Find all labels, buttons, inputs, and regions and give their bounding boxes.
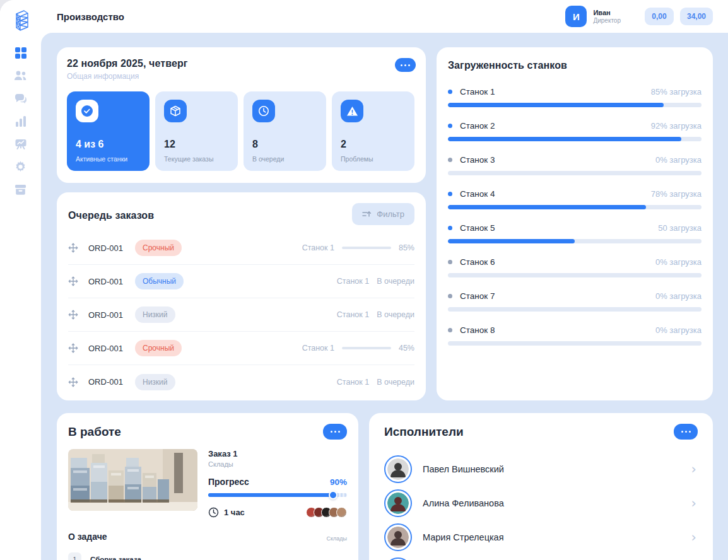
sidebar-item-dashboard[interactable]	[11, 48, 30, 61]
filter-button[interactable]: Фильтр	[352, 203, 414, 225]
drag-handle-icon[interactable]	[68, 243, 78, 253]
machine-load-bar	[448, 205, 702, 209]
drag-handle-icon[interactable]	[68, 310, 78, 320]
machine-load-label: 0% загрузка	[655, 155, 702, 165]
app-logo-icon[interactable]	[8, 8, 33, 33]
overview-menu-button[interactable]	[395, 58, 416, 72]
sidebar-item-presentation-chart[interactable]	[11, 139, 30, 151]
machine-row: Станок 292% загрузка	[448, 121, 702, 141]
user-meta: Иван Директор	[593, 9, 621, 24]
machine-load-bar	[448, 103, 702, 107]
clock-icon	[208, 507, 219, 518]
stat-tile-2[interactable]: 12Текущие заказы	[155, 91, 238, 171]
machine-status-dot	[448, 124, 452, 128]
machine-status-dot	[448, 294, 452, 298]
order-machine: Станок 1	[337, 277, 369, 286]
sidebar-item-bar-chart[interactable]	[11, 116, 30, 129]
machine-row: Станок 70% загрузка	[448, 291, 702, 312]
order-machine: Станок 1	[337, 310, 369, 319]
team-member-avatar[interactable]	[336, 507, 347, 518]
order-row[interactable]: ORD-001НизкийСтанок 1В очереди	[68, 365, 414, 399]
drag-handle-icon[interactable]	[68, 276, 78, 286]
order-status: В очереди	[377, 378, 414, 387]
drag-handle-icon[interactable]	[68, 377, 78, 387]
stat-tile-1[interactable]: 4 из 6Активные станки	[67, 91, 150, 171]
content-area: 22 ноября 2025, четверг Общая информация…	[41, 33, 728, 560]
stat-label: Активные станки	[76, 155, 127, 163]
stat-value: 2	[341, 139, 346, 150]
progress-slider[interactable]	[208, 493, 347, 497]
order-name: Заказ 1	[208, 449, 347, 458]
overview-card: 22 ноября 2025, четверг Общая информация…	[57, 47, 426, 183]
header-badge-1[interactable]: 0,00	[645, 8, 674, 25]
machine-load-label: 92% загрузка	[651, 121, 702, 131]
order-row[interactable]: ORD-001НизкийСтанок 1В очереди	[68, 298, 414, 332]
executor-row[interactable]: Павел Вишневский›	[384, 452, 698, 486]
stat-tile-3[interactable]: 8В очереди	[244, 91, 326, 171]
priority-badge: Низкий	[135, 374, 175, 390]
order-photo	[68, 449, 197, 511]
machine-name: Станок 8	[460, 325, 495, 335]
machine-row: Станок 30% загрузка	[448, 155, 702, 175]
order-queue-card: Очередь заказов Фильтр ORD-001СрочныйСта…	[57, 192, 426, 400]
top-header: Производство И Иван Директор 0,00 34,00	[41, 0, 728, 33]
in-work-menu-button[interactable]	[323, 424, 347, 440]
executor-name: Алина Феливанова	[423, 498, 504, 508]
executor-row[interactable]	[384, 554, 698, 560]
machine-load-bar	[448, 307, 702, 312]
sidebar-item-chat[interactable]	[11, 93, 30, 106]
machine-row: Станок 550 загрузка	[448, 223, 702, 243]
sidebar-item-gear[interactable]	[11, 161, 30, 174]
chevron-right-icon[interactable]: ›	[691, 463, 696, 476]
executor-row[interactable]: Мария Стрелецкая›	[384, 520, 698, 554]
executor-avatar	[384, 489, 412, 517]
stat-value: 8	[252, 139, 258, 150]
executor-name: Мария Стрелецкая	[423, 532, 504, 542]
executors-menu-button[interactable]	[674, 424, 698, 440]
executor-avatar	[384, 523, 412, 551]
machine-load-label: 78% загрузка	[651, 189, 702, 199]
chevron-right-icon[interactable]: ›	[691, 531, 696, 544]
order-row[interactable]: ORD-001ОбычныйСтанок 1В очереди	[68, 265, 414, 298]
archive-icon	[15, 184, 26, 197]
chevron-right-icon[interactable]: ›	[691, 497, 696, 510]
machine-status-dot	[448, 90, 452, 94]
machine-load-bar	[448, 341, 702, 346]
team-avatars[interactable]	[309, 507, 347, 518]
order-id: ORD-001	[88, 377, 125, 387]
machine-load-label: 85% загрузка	[651, 87, 702, 96]
chat-icon	[15, 93, 27, 107]
order-row[interactable]: ORD-001СрочныйСтанок 185%	[68, 231, 414, 265]
priority-badge: Срочный	[135, 340, 182, 356]
machine-load-label: 0% загрузка	[655, 291, 702, 301]
progress-slider-handle[interactable]	[329, 491, 338, 499]
order-id: ORD-001	[88, 310, 125, 320]
order-progress-bar	[342, 347, 391, 349]
order-machine: Станок 1	[302, 243, 334, 252]
task-item[interactable]: 1 Сборка заказа	[68, 552, 347, 560]
machine-row: Станок 185% загрузка	[448, 87, 702, 107]
executor-row[interactable]: Алина Феливанова›	[384, 486, 698, 520]
machine-name: Станок 2	[460, 121, 495, 131]
stat-value: 12	[164, 139, 175, 150]
order-row[interactable]: ORD-001СрочныйСтанок 145%	[68, 332, 414, 365]
order-status: В очереди	[377, 277, 414, 286]
user-avatar[interactable]: И	[565, 6, 587, 27]
users-icon	[14, 70, 28, 84]
drag-handle-icon[interactable]	[68, 343, 78, 353]
progress-value: 90%	[330, 477, 347, 487]
sidebar-item-archive[interactable]	[11, 184, 30, 197]
about-task-title: О задаче	[68, 532, 107, 542]
stat-value: 4 из 6	[76, 139, 103, 150]
warning-icon	[341, 100, 363, 122]
machine-load-card: Загруженность станков Станок 185% загруз…	[437, 47, 713, 400]
sidebar-item-users[interactable]	[11, 71, 30, 83]
stat-tile-4[interactable]: 2Проблемы	[332, 91, 414, 171]
header-badge-2[interactable]: 34,00	[680, 8, 713, 25]
task-number: 1	[68, 552, 81, 560]
machine-name: Станок 3	[460, 155, 495, 165]
machine-status-dot	[448, 158, 452, 162]
machine-status-dot	[448, 226, 452, 230]
machine-row: Станок 80% загрузка	[448, 325, 702, 346]
duration-label: 1 час	[224, 508, 245, 517]
